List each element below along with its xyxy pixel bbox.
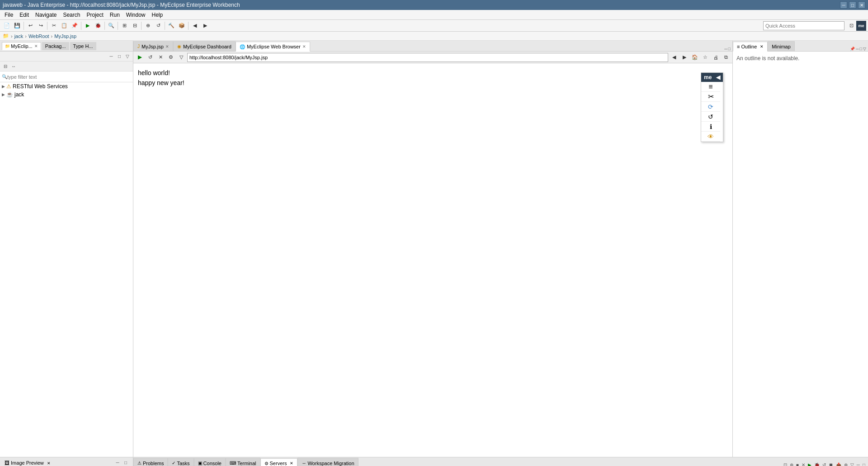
copy-button[interactable]: 📋 [59, 21, 69, 31]
btc-maximize-btn[interactable]: □ [862, 462, 866, 466]
perspective-button[interactable]: ⊞ [119, 21, 129, 31]
bc-jack[interactable]: jack [14, 33, 24, 39]
go-button[interactable]: ▶ [135, 53, 144, 62]
rp-menu-btn[interactable]: ▽ [863, 47, 866, 51]
menu-file[interactable]: File [2, 11, 16, 19]
maximize-left-btn[interactable]: □ [116, 53, 123, 60]
redo-button[interactable]: ↪ [36, 21, 46, 31]
close-outline-tab[interactable]: ✕ [760, 44, 764, 49]
image-preview-tab[interactable]: 🖼 Image Preview ✕ [2, 459, 53, 466]
tab-console[interactable]: ▣ Console [194, 458, 226, 466]
menu-navigate[interactable]: Navigate [33, 11, 59, 19]
url-bar[interactable] [187, 53, 668, 62]
minimize-button[interactable]: ─ [840, 1, 847, 9]
menu-project[interactable]: Project [84, 11, 106, 19]
menu-help[interactable]: Help [149, 11, 166, 19]
browser-bookmark-btn[interactable]: ☆ [701, 53, 710, 62]
deploy-button[interactable]: 📦 [177, 21, 187, 31]
btc-delete-btn[interactable]: ✕ [801, 462, 806, 466]
tab-servers[interactable]: ⚙ Servers ✕ [260, 458, 298, 466]
browser-home-btn[interactable]: 🏠 [690, 53, 699, 62]
rp-pin-btn[interactable]: 📌 [850, 47, 855, 51]
btc-stop-btn[interactable]: ■ [795, 462, 800, 466]
tab-dashboard[interactable]: ◉ MyEclipse Dashboard [173, 41, 236, 51]
me-widget-refresh-btn[interactable]: ⟳ [701, 102, 720, 112]
tab-problems[interactable]: ⚠ Problems [133, 458, 168, 466]
close-myjsp-tab[interactable]: ✕ [165, 44, 169, 49]
browser-refresh-btn[interactable]: ↺ [146, 53, 155, 62]
layout-button[interactable]: ⊟ [130, 21, 140, 31]
browser-forward-btn[interactable]: ▶ [680, 53, 689, 62]
me-logo-button[interactable]: me [856, 21, 866, 31]
me-widget-menu-btn[interactable]: ≡ [701, 82, 720, 92]
tab-web-browser[interactable]: 🌐 MyEclipse Web Browser ✕ [236, 42, 310, 52]
tab-myjsp[interactable]: J MyJsp.jsp ✕ [133, 41, 173, 51]
save-button[interactable]: 💾 [12, 21, 22, 31]
forward-button[interactable]: ▶ [200, 21, 210, 31]
btc-stop2-btn[interactable]: ⏹ [828, 462, 834, 466]
tab-tasks[interactable]: ✓ Tasks [168, 458, 193, 466]
btc-add-btn[interactable]: ⊕ [843, 462, 849, 466]
tab-minimize-btn[interactable]: ─ [724, 47, 727, 51]
me-widget-refresh2-btn[interactable]: ↺ [701, 112, 720, 122]
browser-back-btn[interactable]: ◀ [670, 53, 679, 62]
browser-stop-btn[interactable]: ✕ [156, 53, 165, 62]
tab-maximize-btn[interactable]: □ [728, 47, 731, 51]
run-button[interactable]: ▶ [83, 21, 93, 31]
btc-down-btn[interactable]: ▽ [849, 462, 855, 466]
build-button[interactable]: 🔨 [166, 21, 176, 31]
close-browser-tab[interactable]: ✕ [302, 44, 306, 49]
btc-debug-btn[interactable]: 🐞 [813, 462, 821, 466]
refresh-button[interactable]: ↺ [153, 21, 163, 31]
cut-button[interactable]: ✂ [49, 21, 59, 31]
tab-outline[interactable]: ≡ Outline ✕ [733, 42, 768, 52]
me-widget-info-btn[interactable]: ℹ [701, 122, 720, 132]
close-image-preview[interactable]: ✕ [47, 461, 51, 466]
ip-minimize[interactable]: ─ [114, 459, 121, 466]
ip-maximize[interactable]: □ [122, 459, 129, 466]
search-button[interactable]: 🔍 [106, 21, 116, 31]
tree-item-jack[interactable]: ▶ ☕ jack [0, 90, 133, 99]
btc-new-btn[interactable]: ⊕ [789, 462, 794, 466]
tab-terminal[interactable]: ⌨ Terminal [226, 458, 260, 466]
debug-button[interactable]: 🐞 [93, 21, 103, 31]
btc-start-btn[interactable]: ▶ [807, 462, 812, 466]
new-button[interactable]: 📄 [2, 21, 12, 31]
tab-minimap[interactable]: Minimap [768, 41, 795, 51]
close-button[interactable]: ✕ [858, 1, 865, 9]
tab-package[interactable]: Packag... [42, 42, 69, 50]
menu-search[interactable]: Search [60, 11, 83, 19]
rp-minimize-btn[interactable]: ─ [856, 47, 859, 51]
browser-print-btn[interactable]: 🖨 [711, 53, 720, 62]
btc-publish-btn[interactable]: 📤 [835, 462, 842, 466]
link-editor-btn[interactable]: ↔ [10, 63, 17, 70]
rp-maximize-btn[interactable]: □ [860, 47, 862, 51]
btc-minimize-btn[interactable]: ─ [856, 462, 861, 466]
menu-window[interactable]: Window [123, 11, 148, 19]
maximize-button[interactable]: □ [849, 1, 856, 9]
me-expand-btn[interactable]: ◀ [716, 74, 720, 81]
menu-edit[interactable]: Edit [17, 11, 32, 19]
close-servers-tab[interactable]: ✕ [290, 461, 293, 466]
tab-package-explorer[interactable]: 📁 MyEclip... ✕ [2, 42, 41, 50]
browser-settings-btn[interactable]: ⚙ [166, 53, 175, 62]
tab-type-hierarchy[interactable]: Type H... [70, 42, 96, 50]
paste-button[interactable]: 📌 [70, 21, 80, 31]
me-widget-tool-btn[interactable]: ✂ [701, 92, 720, 102]
tab-workspace[interactable]: ↔ Workspace Migration [297, 458, 358, 466]
menu-run[interactable]: Run [107, 11, 123, 19]
back-button[interactable]: ◀ [190, 21, 200, 31]
btc-restart-btn[interactable]: ↺ [821, 462, 827, 466]
collapse-all-btn[interactable]: ⊟ [2, 63, 9, 70]
browser-new-win-btn[interactable]: ⧉ [722, 53, 731, 62]
browser-dropdown-btn[interactable]: ▽ [177, 53, 186, 62]
view-menu-btn[interactable]: ▽ [124, 53, 131, 60]
perspective-switch-button[interactable]: ⊡ [846, 21, 856, 31]
bc-webroot[interactable]: WebRoot [28, 33, 49, 39]
bc-file[interactable]: MyJsp.jsp [54, 33, 76, 39]
close-explorer-tab[interactable]: ✕ [34, 44, 38, 48]
tree-item-restful[interactable]: ▶ ⚠ RESTful Web Services [0, 82, 133, 90]
minimize-left-btn[interactable]: ─ [108, 53, 115, 60]
me-widget-eye-btn[interactable]: 👁 [701, 132, 720, 142]
quick-access-input[interactable] [763, 21, 844, 30]
